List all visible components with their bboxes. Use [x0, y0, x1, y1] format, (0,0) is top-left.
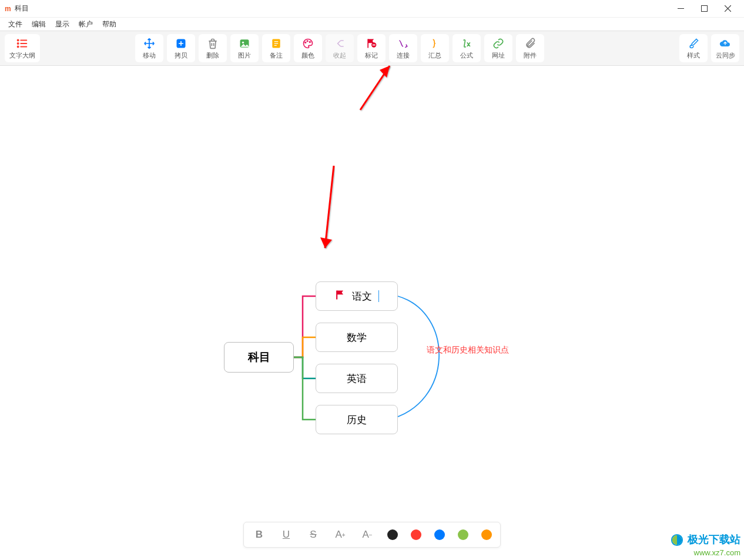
color-green[interactable]	[458, 529, 468, 540]
flag-icon	[365, 37, 378, 50]
copy-button[interactable]: 拷贝	[167, 34, 195, 62]
style-button[interactable]: 样式	[679, 34, 708, 62]
summary-label: 汇总	[428, 51, 441, 60]
menu-edit[interactable]: 编辑	[27, 18, 51, 31]
svg-line-22	[325, 166, 334, 248]
collapse-button[interactable]: 收起	[326, 34, 354, 62]
child-node-3-text: 英语	[347, 372, 367, 385]
image-button[interactable]: 图片	[230, 34, 259, 62]
copy-icon	[175, 37, 187, 50]
root-node-text: 科目	[248, 350, 270, 365]
mindmap-child-node-3[interactable]: 英语	[316, 364, 398, 393]
link-icon	[492, 37, 505, 50]
color-blue[interactable]	[434, 529, 445, 540]
cloud-icon	[719, 37, 732, 50]
note-button[interactable]: 备注	[262, 34, 290, 62]
summary-button[interactable]: 汇总	[421, 34, 449, 62]
menu-file[interactable]: 文件	[4, 18, 27, 31]
maximize-button[interactable]	[692, 0, 716, 18]
menu-help[interactable]: 帮助	[98, 18, 121, 31]
menu-display[interactable]: 显示	[51, 18, 74, 31]
svg-point-19	[310, 41, 311, 42]
brace-icon	[428, 37, 441, 50]
watermark: 极光下载站 www.xz7.com	[671, 534, 740, 558]
mark-button[interactable]: 标记	[357, 34, 386, 62]
brush-icon	[687, 37, 700, 50]
text-cursor	[378, 290, 379, 302]
formula-label: 公式	[460, 51, 473, 60]
menu-bar: 文件 编辑 显示 帐户 帮助	[0, 18, 744, 31]
connect-button[interactable]: 连接	[389, 34, 417, 62]
svg-point-8	[18, 46, 19, 47]
minimize-button[interactable]	[669, 0, 692, 18]
title-bar: m 科目	[0, 0, 744, 18]
canvas[interactable]: 科目 语文 数学 英语 历史 语文和历史相关知识点 B U S A+ A−	[2, 66, 742, 558]
menu-account[interactable]: 帐户	[74, 18, 98, 31]
color-red[interactable]	[411, 529, 421, 540]
paperclip-icon	[524, 37, 537, 50]
attachment-label: 附件	[524, 51, 537, 60]
font-increase-button[interactable]: A+	[333, 528, 347, 542]
style-label: 样式	[687, 51, 700, 60]
format-bar: B U S A+ A−	[243, 522, 501, 548]
color-orange[interactable]	[481, 529, 492, 540]
sync-label: 云同步	[716, 51, 735, 60]
color-button[interactable]: 颜色	[294, 34, 322, 62]
url-button[interactable]: 网址	[484, 34, 512, 62]
image-icon	[238, 37, 251, 50]
child-node-1-text: 语文	[352, 290, 372, 303]
close-button[interactable]	[716, 0, 739, 18]
outline-label: 文字大纲	[9, 51, 35, 60]
note-label: 备注	[270, 51, 283, 60]
watermark-line1: 极光下载站	[688, 534, 740, 545]
app-icon: m	[5, 5, 11, 13]
list-icon	[16, 37, 29, 50]
font-decrease-button[interactable]: A−	[360, 528, 374, 542]
collapse-label: 收起	[333, 51, 346, 60]
svg-point-12	[242, 41, 244, 43]
window-title: 科目	[15, 4, 29, 14]
formula-button[interactable]: 公式	[453, 34, 481, 62]
svg-point-4	[18, 39, 19, 41]
svg-point-17	[305, 42, 306, 43]
flag-mark-icon	[334, 289, 346, 304]
copy-label: 拷贝	[175, 51, 187, 60]
bold-button[interactable]: B	[252, 528, 266, 542]
url-label: 网址	[492, 51, 505, 60]
attachment-button[interactable]: 附件	[516, 34, 544, 62]
palette-icon	[301, 37, 314, 50]
outline-button[interactable]: 文字大纲	[5, 34, 40, 62]
sync-button[interactable]: 云同步	[711, 34, 739, 62]
mindmap-root-node[interactable]: 科目	[224, 342, 294, 373]
toolbar: 文字大纲 移动 拷贝 删除 图片	[0, 31, 744, 66]
color-black[interactable]	[387, 529, 398, 540]
connect-label: 连接	[397, 51, 410, 60]
svg-marker-23	[320, 237, 332, 248]
toolbar-right-group: 样式 云同步	[679, 34, 739, 62]
mindmap-child-node-1[interactable]: 语文	[316, 281, 398, 311]
child-node-2-text: 数学	[347, 331, 367, 344]
svg-rect-21	[373, 44, 376, 45]
move-icon	[143, 37, 156, 50]
connect-icon	[397, 37, 410, 50]
svg-point-18	[307, 41, 308, 42]
mindmap-child-node-4[interactable]: 历史	[316, 405, 398, 434]
strike-button[interactable]: S	[306, 528, 320, 542]
move-label: 移动	[143, 51, 156, 60]
color-label: 颜色	[301, 51, 314, 60]
child-node-4-text: 历史	[347, 413, 367, 427]
collapse-icon	[333, 37, 346, 50]
underline-button[interactable]: U	[279, 528, 293, 542]
mark-label: 标记	[365, 51, 378, 60]
svg-line-24	[360, 66, 390, 110]
trash-icon	[206, 37, 219, 50]
toolbar-main-group: 移动 拷贝 删除 图片 备注	[135, 34, 544, 62]
formula-icon	[460, 37, 473, 50]
mindmap-child-node-2[interactable]: 数学	[316, 323, 398, 352]
delete-button[interactable]: 删除	[199, 34, 227, 62]
svg-rect-1	[701, 6, 707, 12]
relation-label[interactable]: 语文和历史相关知识点	[427, 345, 509, 356]
svg-point-6	[18, 42, 19, 43]
move-button[interactable]: 移动	[135, 34, 163, 62]
watermark-line2: www.xz7.com	[671, 548, 740, 558]
